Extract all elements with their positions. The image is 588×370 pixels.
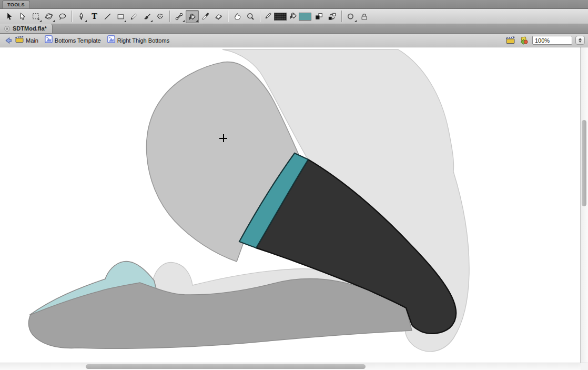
tools-toolbar: T — [0, 9, 588, 24]
flyout-triangle-icon — [39, 20, 42, 22]
back-button[interactable] — [3, 35, 14, 46]
zoom-tool[interactable] — [244, 10, 257, 23]
clapperboard-icon — [506, 36, 515, 44]
3d-rotation-tool[interactable] — [43, 10, 56, 23]
vertical-scrollbar-thumb[interactable] — [582, 120, 586, 206]
line-icon — [103, 12, 112, 21]
lock-fill-icon — [360, 12, 369, 21]
text-tool[interactable]: T — [88, 10, 101, 23]
toolbar-divider — [228, 11, 228, 22]
deco-tool[interactable] — [154, 10, 167, 23]
flash-application-window: TOOLS T SDTMod.fla* MainBottoms Template… — [0, 0, 588, 370]
document-title: SDTMod.fla* — [13, 25, 47, 32]
subselection-icon — [18, 12, 27, 21]
eraser-tool[interactable] — [212, 10, 225, 23]
breadcrumb-label: Right Thigh Bottoms — [117, 37, 169, 44]
eyedropper-icon — [201, 12, 210, 21]
flyout-triangle-icon — [183, 20, 185, 22]
swap-colors-option[interactable] — [326, 10, 339, 23]
flyout-triangle-icon — [53, 20, 55, 22]
tools-panel-tab[interactable]: TOOLS — [2, 1, 30, 8]
text-icon: T — [90, 12, 99, 21]
black-white-icon — [315, 12, 323, 21]
stage-canvas[interactable] — [0, 47, 581, 363]
stepper-up-icon — [579, 38, 582, 40]
edit-bar: MainBottoms TemplateRight Thigh Bottoms — [0, 34, 588, 47]
edit-scene-button[interactable] — [505, 35, 515, 46]
flyout-triangle-icon — [85, 20, 87, 22]
zoom-level-input[interactable] — [532, 36, 572, 45]
breadcrumb-item-right-thigh-bottoms[interactable]: Right Thigh Bottoms — [106, 35, 171, 45]
eyedropper-tool[interactable] — [199, 10, 212, 23]
toolbar-divider — [260, 11, 260, 22]
scene-icon — [15, 36, 24, 45]
flyout-triangle-icon — [124, 20, 126, 22]
lasso-icon — [58, 12, 67, 21]
fill-color-swatch[interactable] — [299, 13, 311, 21]
gap-size-option[interactable] — [344, 10, 358, 23]
eraser-icon — [214, 12, 223, 21]
brush-tool[interactable] — [140, 10, 154, 23]
edit-symbols-button[interactable] — [519, 35, 529, 46]
leg-artwork — [0, 47, 581, 363]
rectangle-tool[interactable] — [114, 10, 127, 23]
hand-icon — [233, 12, 242, 21]
pencil-icon — [264, 11, 273, 22]
flyout-triangle-icon — [196, 20, 198, 22]
edit-bar-right-controls — [505, 35, 585, 46]
tools-panel-tab-label: TOOLS — [7, 2, 25, 7]
breadcrumb-item-main[interactable]: Main — [14, 36, 40, 45]
breadcrumb-item-bottoms-template[interactable]: Bottoms Template — [43, 35, 103, 45]
flyout-triangle-icon — [354, 20, 357, 22]
zoom-icon — [246, 12, 255, 21]
paint-bucket-icon — [289, 11, 298, 22]
symbol-icon — [45, 35, 53, 45]
fill-color-control[interactable] — [288, 10, 312, 23]
symbol-icon — [107, 35, 115, 45]
bone-tool[interactable] — [173, 10, 186, 23]
stroke-color-swatch[interactable] — [274, 13, 287, 21]
breadcrumb: MainBottoms TemplateRight Thigh Bottoms — [14, 35, 505, 45]
selection-icon — [5, 12, 14, 21]
tools-panel-header: TOOLS — [0, 0, 588, 9]
toolbar-divider — [72, 11, 72, 22]
selection-tool[interactable] — [3, 10, 16, 23]
stroke-color-control[interactable] — [263, 10, 288, 23]
horizontal-scrollbar[interactable] — [0, 363, 581, 370]
hand-tool[interactable] — [231, 10, 244, 23]
subselection-tool[interactable] — [16, 10, 29, 23]
document-tab-bar: SDTMod.fla* — [0, 24, 588, 34]
black-white-option[interactable] — [312, 10, 326, 23]
back-arrow-icon — [4, 36, 13, 45]
zoom-stepper[interactable] — [575, 36, 585, 45]
paint-bucket-tool[interactable] — [186, 10, 199, 23]
lock-fill-option[interactable] — [358, 10, 371, 23]
pen-tool[interactable] — [75, 10, 88, 23]
document-tab[interactable]: SDTMod.fla* — [0, 24, 53, 33]
flyout-triangle-icon — [150, 20, 153, 22]
scrollbar-corner — [581, 363, 588, 370]
close-document-icon[interactable] — [3, 25, 11, 32]
breadcrumb-label: Bottoms Template — [55, 37, 101, 44]
svg-text:T: T — [92, 12, 97, 21]
toolbar-divider — [341, 11, 342, 22]
swap-colors-icon — [328, 12, 337, 21]
horizontal-scrollbar-thumb[interactable] — [86, 364, 366, 369]
line-tool[interactable] — [101, 10, 114, 23]
pencil-icon — [129, 12, 138, 21]
free-transform-tool[interactable] — [29, 10, 43, 23]
vertical-scrollbar[interactable] — [581, 47, 588, 363]
stepper-down-icon — [579, 41, 582, 43]
deco-icon — [156, 12, 165, 21]
breadcrumb-label: Main — [26, 37, 38, 44]
toolbar-divider — [169, 11, 170, 22]
symbols-shapes-icon — [520, 36, 529, 45]
lasso-tool[interactable] — [56, 10, 69, 23]
pencil-tool[interactable] — [127, 10, 140, 23]
